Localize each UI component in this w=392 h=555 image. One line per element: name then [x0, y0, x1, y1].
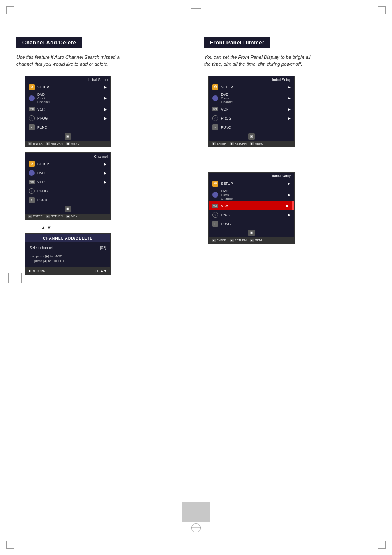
- dm1-func-row: F FUNC: [209, 123, 294, 132]
- dm2-func-icon: F: [211, 220, 220, 228]
- menu2-func-row: F FUNC: [25, 196, 110, 205]
- vcr-label: VCR: [36, 107, 104, 111]
- m2-prog-icon: ○: [27, 187, 36, 195]
- dm2-vcr-row: VCR VCR ▶: [209, 201, 294, 210]
- m2-enter-btn: ■ ENTER: [28, 215, 43, 218]
- m2-return-label: RETURN: [51, 215, 63, 218]
- return-label: RETURN: [51, 142, 63, 145]
- m2-dvd-label: DVD: [36, 171, 104, 175]
- dm2-enter-btn: ■ ENTER: [212, 239, 226, 242]
- dm1-enter-label: ENTER: [217, 142, 226, 145]
- front-panel-dimmer-title: Front Panel Dimmer: [204, 37, 270, 48]
- footer-return: ■ RETURN: [29, 269, 45, 273]
- mid-left-crosshair: [16, 273, 26, 283]
- right-column: Front Panel Dimmer You can set the Front…: [196, 33, 376, 280]
- dm2-return-label: RETURN: [235, 239, 247, 242]
- dm1-vcr-row: VCR VCR ▶: [209, 105, 294, 114]
- dvd-clock-label: Clock: [37, 97, 104, 100]
- m2-vcr-icon: VCR: [27, 178, 36, 186]
- channel-menu2-container: Channel ⚙ SETUP ▶: [25, 152, 187, 220]
- channel-add-delete-description: Use this feature if Auto Channel Search …: [16, 54, 123, 68]
- dm2-setup-icon: ⚙: [211, 180, 220, 187]
- dm1-footer: ■ ENTER ■ RETURN ■ MENU: [209, 141, 294, 147]
- dm1-vcr-arrow: ▶: [288, 107, 292, 111]
- dm2-menu-label: MENU: [255, 239, 263, 242]
- dm1-remote-icon: ▣: [248, 133, 255, 140]
- corner-mark-br: [378, 541, 386, 549]
- left-column: Channel Add/Delete Use this feature if A…: [16, 33, 196, 280]
- left-crosshair: [3, 273, 13, 283]
- prog-icon: ○: [27, 115, 36, 122]
- page: Channel Add/Delete Use this feature if A…: [0, 0, 392, 555]
- dm1-prog-arrow: ▶: [288, 116, 292, 120]
- dm1-setup-row: ⚙ SETUP ▶: [209, 83, 294, 92]
- dm2-prog-arrow: ▶: [288, 213, 292, 217]
- dm1-vcr-icon: VCR: [211, 106, 220, 113]
- dm2-vcr-arrow: ▶: [286, 204, 291, 208]
- dm1-menu-label: MENU: [255, 142, 263, 145]
- bottom-gray-box: [182, 502, 210, 522]
- dm2-setup-arrow: ▶: [288, 182, 292, 186]
- dm1-dvd-icon: [211, 94, 220, 102]
- m2-setup-arrow: ▶: [104, 162, 108, 166]
- channel-box-body: Select channel : [02] and press [▶] to A…: [25, 242, 110, 268]
- menu2-setup-row: ⚙ SETUP ▶: [25, 159, 110, 168]
- dimmer-menu2-container: Initial Setup ⚙ SETUP ▶: [208, 172, 376, 244]
- menu1-prog-row: ○ PROG ▶: [25, 114, 110, 123]
- m2-menu-btn: ■ MENU: [66, 215, 80, 218]
- channel-box-title: CHANNEL ADD/DELETE: [25, 234, 110, 242]
- dm1-setup-label: SETUP: [220, 85, 288, 89]
- dm1-func-label: FUNC: [220, 125, 292, 129]
- m2-menu-label: MENU: [71, 215, 80, 218]
- corner-mark-tr: [378, 6, 386, 14]
- channel-value: [02]: [100, 246, 106, 250]
- menu2-prog-row: ○ PROG: [25, 187, 110, 196]
- bottom-circle-crosshair: [191, 523, 201, 532]
- dimmer-menu1-container: Initial Setup ⚙ SETUP ▶: [208, 76, 376, 147]
- dm2-remote-icon: ▣: [248, 230, 255, 236]
- dimmer-menu1: Initial Setup ⚙ SETUP ▶: [208, 76, 295, 147]
- prog-label: PROG: [36, 116, 104, 120]
- dm2-func-row: F FUNC: [209, 219, 294, 228]
- dm1-clock-label: Clock: [221, 97, 288, 100]
- dm1-menu-btn: ■ MENU: [250, 142, 263, 145]
- dm2-setup-label: SETUP: [220, 182, 288, 186]
- footer-ch: CH ▲▼: [95, 269, 107, 273]
- channel-add-delete-box: CHANNEL ADD/DELETE Select channel : [02]…: [25, 233, 187, 276]
- m2-func-icon: F: [27, 196, 36, 204]
- m2-remote-icon: ▣: [65, 206, 71, 212]
- channel-menu1-title: Initial Setup: [25, 76, 110, 83]
- channel-instructions: and press [▶] to ADD press [◀] to DELETE: [30, 254, 106, 265]
- dm2-return-btn: ■ RETURN: [230, 239, 247, 242]
- dm1-dvd-row: DVD Clock Channel ▶: [209, 92, 294, 105]
- dm2-enter-label: ENTER: [217, 239, 226, 242]
- dm2-dvd-row: DVD Clock Channel ▶: [209, 188, 294, 201]
- channel-select-row: Select channel : [02]: [30, 246, 106, 250]
- top-crosshair: [191, 3, 201, 13]
- dm1-setup-arrow: ▶: [288, 85, 292, 89]
- dm2-vcr-icon: VCR: [211, 202, 220, 210]
- arrows-hint: ▲ ▼: [41, 225, 187, 230]
- menu2-vcr-row: VCR VCR ▶: [25, 177, 110, 187]
- front-panel-dimmer-section: Front Panel Dimmer You can set the Front…: [204, 33, 376, 244]
- dimmer-menu2-title: Initial Setup: [209, 173, 294, 179]
- instruction-delete: press [◀] to DELETE: [30, 259, 106, 264]
- m2-vcr-arrow: ▶: [104, 180, 108, 184]
- m2-func-label: FUNC: [36, 198, 108, 202]
- dm1-func-icon: F: [211, 124, 220, 131]
- channel-add-delete-title: Channel Add/Delete: [16, 37, 82, 48]
- corner-mark-tl: [6, 6, 14, 14]
- dm1-dvd-arrow: ▶: [288, 96, 292, 100]
- dm2-prog-row: ○ PROG ▶: [209, 210, 294, 219]
- return-btn: ■ RETURN: [46, 142, 63, 145]
- dm2-clock-label: Clock: [221, 193, 288, 197]
- dm2-setup-row: ⚙ SETUP ▶: [209, 179, 294, 188]
- m2-vcr-label: VCR: [36, 180, 104, 184]
- right-crosshair: [379, 273, 389, 283]
- enter-btn: ■ ENTER: [28, 142, 43, 145]
- menu2-dvd-row: DVD ▶: [25, 168, 110, 177]
- main-content: Channel Add/Delete Use this feature if A…: [16, 33, 376, 280]
- remote-icon: ▣: [65, 133, 71, 140]
- dvd-arrow: ▶: [104, 96, 108, 100]
- m2-dvd-arrow: ▶: [104, 171, 108, 175]
